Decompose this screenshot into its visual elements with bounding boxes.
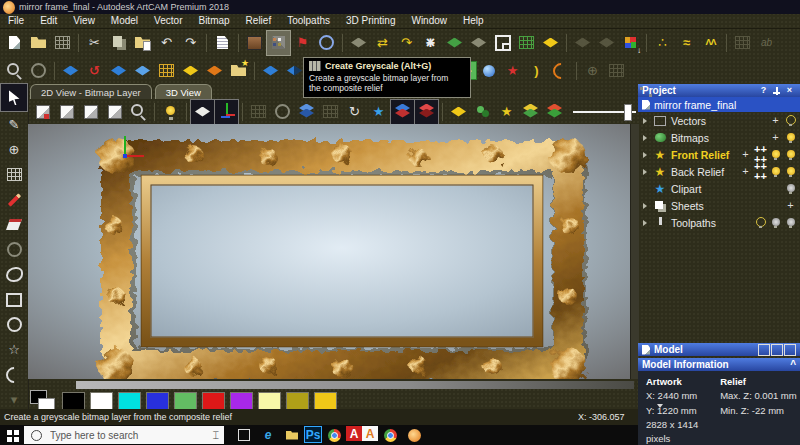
slider-handle[interactable] (624, 104, 632, 121)
material-icon[interactable] (447, 100, 470, 124)
bitmaps-visibility-icon[interactable] (783, 130, 798, 145)
paste-icon[interactable] (131, 31, 154, 55)
tab-3d-view[interactable]: 3D View (155, 84, 212, 99)
clipart-visibility-icon[interactable] (783, 181, 798, 196)
sculpt-relief-icon[interactable] (107, 59, 130, 83)
toolpaths-bulb2-icon[interactable] (783, 215, 798, 230)
redo-icon[interactable]: ↷ (179, 31, 202, 55)
node-edit-icon[interactable]: ✎ (1, 113, 27, 136)
swatch-green[interactable] (174, 392, 197, 410)
tree-item-sheets[interactable]: Sheets + (638, 197, 800, 214)
zoom-3d-icon[interactable] (127, 100, 150, 124)
erase-relief-icon[interactable]: ↺ (83, 59, 106, 83)
rotary-icon[interactable] (315, 31, 338, 55)
draw-pencil-icon[interactable] (1, 188, 27, 211)
menu-window[interactable]: Window (403, 14, 455, 28)
two-rail-icon[interactable]: ⇄ (371, 31, 394, 55)
panel-close-icon[interactable]: × (783, 85, 796, 97)
menu-model[interactable]: Model (103, 14, 146, 28)
file-explorer-icon[interactable] (280, 426, 304, 444)
view-iso2-icon[interactable] (79, 100, 102, 124)
project-root-item[interactable]: mirror frame_final (638, 97, 800, 112)
nodes-icon[interactable]: ∴ (651, 31, 674, 55)
new-model-icon[interactable] (3, 31, 26, 55)
menu-file[interactable]: File (0, 14, 32, 28)
swatch-white[interactable] (90, 392, 113, 410)
smooth-relief-icon[interactable] (59, 59, 82, 83)
waves-icon[interactable]: ≈ (675, 31, 698, 55)
toolpaths-bulb-outline-icon[interactable] (753, 215, 768, 230)
pen-icon[interactable]: ⌶ (212, 429, 219, 442)
primary-secondary-colour[interactable] (30, 390, 56, 410)
copy-icon[interactable] (107, 31, 130, 55)
relief-clipart-icon[interactable] (227, 59, 250, 83)
back-relief-layers-icon[interactable]: ++ ++ (753, 164, 768, 179)
expander-icon[interactable] (640, 118, 649, 124)
expander-icon[interactable] (640, 135, 649, 141)
light-relief-icon[interactable] (179, 59, 202, 83)
add-sheet-icon[interactable]: + (783, 198, 798, 213)
toolpaths-bulb1-icon[interactable] (768, 215, 783, 230)
add-vector-layer-icon[interactable]: + (768, 113, 783, 128)
menu-bitmap[interactable]: Bitmap (190, 14, 237, 28)
scroll-down-icon[interactable]: ▾ (1, 388, 27, 411)
sculpt-icon[interactable] (347, 31, 370, 55)
sculpt-film-icon[interactable] (1, 163, 27, 186)
texture-flow-icon[interactable] (419, 31, 442, 55)
dome-mirror-icon[interactable] (549, 59, 572, 83)
swatch-pale-yellow[interactable] (258, 392, 281, 410)
swatch-gold[interactable] (314, 392, 337, 410)
preview-flag-icon[interactable]: ⚑ (291, 31, 314, 55)
relief-disabled-icon[interactable] (571, 31, 594, 55)
swatch-black[interactable] (62, 392, 85, 410)
expander-icon[interactable] (640, 203, 649, 209)
tree-item-vectors[interactable]: Vectors + (638, 112, 800, 129)
shade-layers-icon[interactable] (391, 100, 414, 124)
model-sheet-icon[interactable] (757, 344, 770, 356)
artcam-a-icon[interactable]: A (362, 426, 378, 441)
search-input[interactable] (48, 429, 207, 442)
weave-icon[interactable] (467, 31, 490, 55)
taskbar-search[interactable]: ⌶ (24, 426, 224, 444)
menu-3d-printing[interactable]: 3D Printing (338, 14, 403, 28)
tree-item-clipart[interactable]: ★ Clipart (638, 180, 800, 197)
viewport-3d[interactable] (28, 124, 630, 379)
expander-icon[interactable] (640, 169, 649, 175)
sphere-disabled-icon[interactable] (271, 100, 294, 124)
sculpt-pair-icon[interactable] (131, 59, 154, 83)
collapse-icon[interactable]: ^ (790, 359, 796, 370)
panel-help-icon[interactable]: ? (757, 85, 770, 97)
view-iso1-icon[interactable] (55, 100, 78, 124)
polyline-fit-icon[interactable]: ΛΛ (699, 31, 722, 55)
chrome2-icon[interactable] (378, 426, 402, 444)
relief2-disabled-icon[interactable] (595, 31, 618, 55)
draft-plane-icon[interactable] (191, 100, 214, 124)
swatch-purple[interactable] (230, 392, 253, 410)
tab-2d-view[interactable]: 2D View - Bitmap Layer (30, 84, 152, 99)
view-down-z-icon[interactable] (31, 100, 54, 124)
transform-icon[interactable]: ⊕ (1, 138, 27, 161)
menu-relief[interactable]: Relief (238, 14, 280, 28)
add-back-relief-icon[interactable]: + (738, 164, 753, 179)
maze-icon[interactable] (491, 31, 514, 55)
model-float-icon[interactable] (770, 344, 783, 356)
panel-pin-icon[interactable] (770, 85, 783, 97)
shade-slider[interactable] (573, 101, 638, 123)
clipart-disabled-icon[interactable] (319, 100, 342, 124)
view-iso3-icon[interactable] (103, 100, 126, 124)
hatch-disabled-icon[interactable] (731, 31, 754, 55)
notes-icon[interactable] (211, 31, 234, 55)
swatch-red[interactable] (202, 392, 225, 410)
canvas-horizontal-scrollbar[interactable] (76, 381, 634, 389)
tree-item-back-relief[interactable]: ★ Back Relief +++ ++ (638, 163, 800, 180)
tree-item-toolpaths[interactable]: Toolpaths (638, 214, 800, 231)
cut-icon[interactable]: ✂ (83, 31, 106, 55)
model-dock-icon[interactable] (783, 344, 796, 356)
extrude-icon[interactable]: ↷ (395, 31, 418, 55)
dome-icon[interactable] (443, 31, 466, 55)
model-information-header[interactable]: Model Information ^ (638, 358, 800, 371)
photoshop-icon[interactable]: Ps (304, 426, 322, 443)
star-burst-icon[interactable]: ★ (501, 59, 524, 83)
lightbox-icon[interactable] (243, 31, 266, 55)
squeeze-icon[interactable]: ) (525, 59, 548, 83)
